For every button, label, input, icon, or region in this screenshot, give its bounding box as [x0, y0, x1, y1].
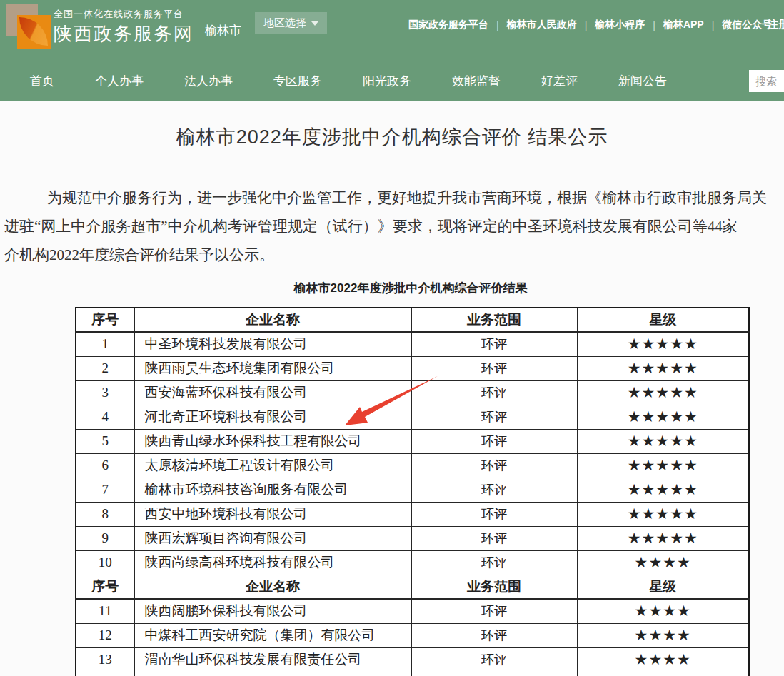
table-row-partial: [76, 672, 749, 676]
cell-scope: 环评: [411, 332, 577, 356]
evaluation-table: 序号企业名称业务范围星级1中圣环境科技发展有限公司环评★★★★★2陕西雨昊生态环…: [75, 307, 750, 676]
paragraph-line: 为规范中介服务行为，进一步强化中介监管工作，更好地提升我市营商环境，根据《榆林市…: [0, 183, 784, 212]
cell-name: 陕西阔鹏环保科技有限公司: [134, 599, 411, 623]
cell-stars: ★★★★★: [577, 405, 749, 429]
column-header-1: 企业名称: [134, 308, 411, 332]
cell-empty: [577, 672, 749, 676]
cell-no: 10: [76, 550, 134, 575]
nav-item-2[interactable]: 法人办事: [184, 73, 233, 89]
cell-name: 西安中地环境科技有限公司: [134, 502, 411, 526]
table-row: 2陕西雨昊生态环境集团有限公司环评★★★★★: [76, 356, 749, 380]
cell-name: 陕西雨昊生态环境集团有限公司: [134, 356, 411, 380]
cell-scope: 环评: [411, 478, 577, 502]
table-row: 5陕西青山绿水环保科技工程有限公司环评★★★★★: [76, 429, 749, 453]
column-header-3: 星级: [577, 575, 749, 599]
header-quick-links: 国家政务服务平台|榆林市人民政府|榆林小程序|榆林APP|微信公众号: [408, 19, 772, 31]
table-header-row: 序号企业名称业务范围星级: [76, 575, 749, 599]
cell-no: 3: [76, 380, 134, 405]
cell-no: 7: [76, 478, 134, 502]
cell-scope: 环评: [411, 526, 577, 550]
cell-empty: [76, 672, 134, 676]
header-link-1[interactable]: 榆林市人民政府: [507, 19, 577, 31]
cell-stars: ★★★★★: [577, 453, 749, 478]
logo-orange-square: [17, 15, 51, 49]
cell-no: 8: [76, 502, 134, 526]
announcement-paragraph: 为规范中介服务行为，进一步强化中介监管工作，更好地提升我市营商环境，根据《榆林市…: [0, 183, 784, 269]
region-select-button[interactable]: 地区选择: [255, 12, 327, 34]
cell-scope: 环评: [411, 453, 577, 478]
cell-no: 4: [76, 405, 134, 429]
cell-name: 陕西宏辉项目咨询有限公司: [134, 526, 411, 550]
cell-scope: 环评: [411, 623, 577, 647]
cell-stars: ★★★★★: [577, 380, 749, 405]
paragraph-line: 进驻“网上中介服务超市”中介机构考评管理规定（试行）》要求，现将评定的中圣环境科…: [0, 212, 784, 241]
site-title: 陕西政务服务网: [54, 21, 194, 46]
cell-name: 渭南华山环保科技发展有限责任公司: [134, 647, 411, 672]
cell-no: 1: [76, 332, 134, 356]
header-link-3[interactable]: 榆林APP: [663, 19, 704, 31]
link-separator: |: [653, 19, 655, 31]
cell-no: 9: [76, 526, 134, 550]
cell-name: 河北奇正环境科技有限公司: [134, 405, 411, 429]
link-separator: |: [712, 19, 715, 31]
table-row: 3西安海蓝环保科技有限公司环评★★★★★: [76, 380, 749, 405]
page: { "colors": { "header_green": "#699b78",…: [0, 0, 784, 676]
column-header-2: 业务范围: [411, 308, 577, 332]
nav-item-4[interactable]: 阳光政务: [363, 73, 411, 89]
cell-scope: 环评: [411, 550, 577, 575]
cell-stars: ★★★★★: [577, 502, 749, 526]
cell-name: 太原核清环境工程设计有限公司: [134, 453, 411, 478]
cell-empty: [411, 672, 577, 676]
cell-no: 13: [76, 647, 134, 672]
table-row: 4河北奇正环境科技有限公司环评★★★★★: [76, 405, 749, 429]
cell-scope: 环评: [411, 647, 577, 672]
main-nav: 首页个人办事法人办事专区服务阳光政务效能监督好差评新闻公告搜索: [0, 61, 784, 101]
cell-stars: ★★★★: [577, 599, 749, 623]
cell-no: 11: [76, 599, 134, 623]
page-title: 榆林市2022年度涉批中介机构综合评价 结果公示: [0, 124, 784, 150]
register-link[interactable]: 注册: [768, 18, 784, 31]
nav-item-6[interactable]: 好差评: [541, 73, 578, 89]
header-link-0[interactable]: 国家政务服务平台: [408, 19, 488, 31]
nav-item-1[interactable]: 个人办事: [95, 73, 144, 89]
region-select-label: 地区选择: [263, 16, 306, 30]
table-row: 12中煤科工西安研究院（集团）有限公司环评★★★★: [76, 623, 749, 647]
header-link-4[interactable]: 微信公众号: [722, 19, 772, 31]
cell-stars: ★★★★★: [577, 332, 749, 356]
cell-stars: ★★★★★: [577, 526, 749, 550]
column-header-1: 企业名称: [134, 575, 411, 599]
cell-name: 中煤科工西安研究院（集团）有限公司: [134, 623, 411, 647]
site-logo[interactable]: [6, 4, 51, 49]
paragraph-line: 介机构2022年度综合评价结果予以公示。: [0, 241, 784, 269]
cell-stars: ★★★★: [577, 623, 749, 647]
cell-empty: [134, 672, 411, 676]
nav-item-3[interactable]: 专区服务: [273, 73, 322, 89]
column-header-3: 星级: [577, 308, 749, 332]
cell-no: 5: [76, 429, 134, 453]
search-input[interactable]: 搜索: [749, 70, 784, 92]
table-row: 10陕西尚绿高科环境科技有限公司环评★★★★: [76, 550, 749, 575]
header-link-2[interactable]: 榆林小程序: [595, 19, 645, 31]
cell-scope: 环评: [411, 405, 577, 429]
current-city-label: 榆林市: [205, 22, 241, 39]
cell-scope: 环评: [411, 429, 577, 453]
cell-stars: ★★★★: [577, 647, 749, 672]
nav-item-7[interactable]: 新闻公告: [618, 73, 667, 89]
cell-name: 榆林市环境科技咨询服务有限公司: [134, 478, 411, 502]
cell-no: 6: [76, 453, 134, 478]
chevron-down-icon: [311, 21, 318, 26]
table-row: 1中圣环境科技发展有限公司环评★★★★★: [76, 332, 749, 356]
column-header-2: 业务范围: [411, 575, 577, 599]
table-row: 8西安中地环境科技有限公司环评★★★★★: [76, 502, 749, 526]
cell-stars: ★★★★★: [577, 356, 749, 380]
site-header: 全国一体化在线政务服务平台 陕西政务服务网 榆林市 地区选择 国家政务服务平台|…: [0, 0, 784, 61]
header-divider: [191, 16, 191, 44]
nav-item-5[interactable]: 效能监督: [452, 73, 501, 89]
cell-stars: ★★★★★: [577, 429, 749, 453]
cell-name: 陕西尚绿高科环境科技有限公司: [134, 550, 411, 575]
logo-leaf-icon: [19, 17, 48, 46]
column-header-0: 序号: [76, 308, 134, 332]
cell-name: 中圣环境科技发展有限公司: [134, 332, 411, 356]
nav-item-0[interactable]: 首页: [30, 73, 54, 89]
table-row: 9陕西宏辉项目咨询有限公司环评★★★★★: [76, 526, 749, 550]
